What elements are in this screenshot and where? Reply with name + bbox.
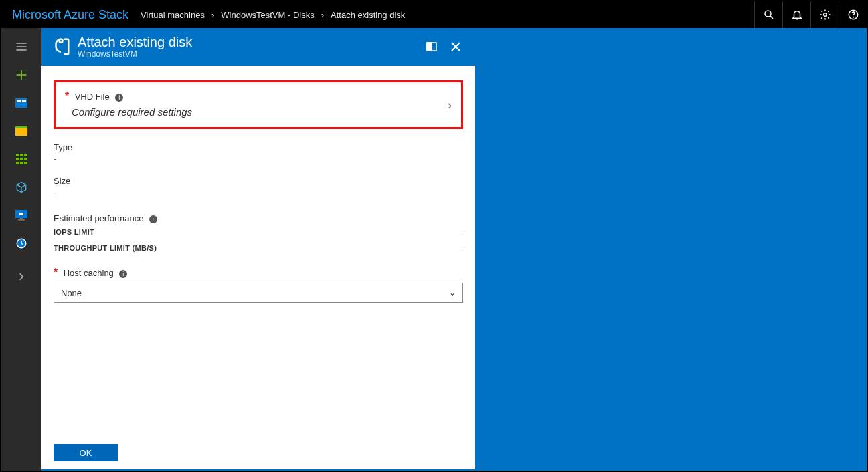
hamburger-icon <box>15 40 28 53</box>
svg-point-5 <box>853 17 853 17</box>
svg-rect-13 <box>22 100 26 102</box>
bell-icon <box>791 9 803 21</box>
vhd-file-selector[interactable]: * VHD File i Configure required settings… <box>54 80 463 129</box>
search-button[interactable] <box>754 1 782 28</box>
dashboard-icon <box>15 98 27 108</box>
breadcrumbs: Virtual machines › WindowsTestVM - Disks… <box>141 10 405 20</box>
gear-icon <box>819 9 831 21</box>
vhd-file-label: VHD File <box>75 92 110 102</box>
breadcrumb-vm-disks[interactable]: WindowsTestVM - Disks <box>221 10 314 20</box>
size-label: Size <box>54 176 463 186</box>
maximize-icon <box>426 42 437 51</box>
required-indicator: * <box>65 90 69 102</box>
brand-title: Microsoft Azure Stack <box>12 8 128 22</box>
svg-rect-14 <box>15 128 27 136</box>
clock-icon <box>15 237 27 249</box>
close-button[interactable] <box>446 37 466 57</box>
blade-body: * VHD File i Configure required settings… <box>41 66 475 469</box>
svg-rect-28 <box>18 219 25 221</box>
chevron-down-icon: ⌄ <box>449 288 456 298</box>
vhd-file-prompt: Configure required settings <box>72 106 450 118</box>
search-icon <box>763 9 775 21</box>
nav-new[interactable] <box>1 62 41 88</box>
svg-rect-22 <box>16 162 19 164</box>
settings-button[interactable] <box>810 1 839 28</box>
nav-hamburger[interactable] <box>1 33 41 60</box>
folder-icon <box>15 126 27 136</box>
host-caching-label: Host caching <box>64 268 114 278</box>
ok-button[interactable]: OK <box>54 444 118 461</box>
nav-recent[interactable] <box>1 230 41 257</box>
nav-more[interactable] <box>1 263 41 290</box>
nav-resource-groups[interactable] <box>1 118 41 144</box>
chevron-right-icon: › <box>448 98 452 112</box>
blade-attach-existing-disk: Attach existing disk WindowsTestVM * <box>41 28 475 471</box>
svg-point-0 <box>765 11 771 17</box>
type-label: Type <box>54 142 463 152</box>
content-area: Attach existing disk WindowsTestVM * <box>41 28 867 471</box>
help-icon <box>847 9 859 21</box>
type-value: - <box>54 154 463 164</box>
performance-label: Estimated performance <box>54 213 143 223</box>
breadcrumb-attach-existing-disk[interactable]: Attach existing disk <box>331 10 405 20</box>
svg-rect-21 <box>24 158 27 160</box>
svg-point-3 <box>823 13 827 17</box>
svg-rect-32 <box>427 43 432 51</box>
throughput-limit-value: - <box>460 244 463 252</box>
svg-rect-16 <box>16 154 19 156</box>
topbar-actions <box>754 1 867 28</box>
svg-line-1 <box>770 16 772 19</box>
nav-dashboard[interactable] <box>1 90 41 116</box>
breadcrumb-virtual-machines[interactable]: Virtual machines <box>141 10 205 20</box>
svg-rect-23 <box>20 162 23 164</box>
svg-rect-20 <box>20 158 23 160</box>
host-caching-value: None <box>61 288 82 298</box>
svg-point-30 <box>60 39 63 43</box>
required-indicator: * <box>54 267 58 278</box>
notifications-button[interactable] <box>782 1 810 28</box>
close-icon <box>451 42 460 51</box>
svg-rect-24 <box>24 162 27 164</box>
nav-all-resources[interactable] <box>1 146 41 172</box>
cube-icon <box>15 181 27 193</box>
chevron-right-icon <box>17 272 26 281</box>
svg-rect-12 <box>17 100 21 102</box>
help-button[interactable] <box>839 1 867 28</box>
plus-icon <box>14 68 29 82</box>
empty-workspace <box>475 28 867 471</box>
info-icon[interactable]: i <box>149 215 157 223</box>
info-icon[interactable]: i <box>115 94 123 102</box>
iops-limit-value: - <box>460 228 463 236</box>
throughput-limit-label: THROUGHPUT LIMIT (MB/S) <box>54 244 157 252</box>
svg-rect-19 <box>16 158 19 160</box>
blade-subtitle: WindowsTestVM <box>78 49 192 59</box>
nav-virtual-machines[interactable] <box>1 202 41 229</box>
iops-limit-label: IOPS LIMIT <box>54 228 94 236</box>
nav-storage[interactable] <box>1 174 41 201</box>
size-value: - <box>54 187 463 197</box>
topbar: Microsoft Azure Stack Virtual machines ›… <box>1 1 867 28</box>
svg-rect-15 <box>15 126 27 128</box>
chevron-right-icon: › <box>321 10 324 20</box>
svg-rect-27 <box>20 218 23 219</box>
info-icon[interactable]: i <box>119 270 127 278</box>
blade-header: Attach existing disk WindowsTestVM <box>41 28 475 66</box>
monitor-icon <box>15 210 27 221</box>
grid-icon <box>16 154 27 164</box>
svg-rect-26 <box>19 213 23 215</box>
host-caching-select[interactable]: None ⌄ <box>54 283 463 303</box>
left-nav <box>1 28 41 471</box>
svg-rect-17 <box>20 154 23 156</box>
blade-title: Attach existing disk <box>78 35 192 49</box>
maximize-button[interactable] <box>422 37 442 57</box>
svg-rect-18 <box>24 154 27 156</box>
chevron-right-icon: › <box>211 10 214 20</box>
attach-disk-icon <box>51 37 71 57</box>
